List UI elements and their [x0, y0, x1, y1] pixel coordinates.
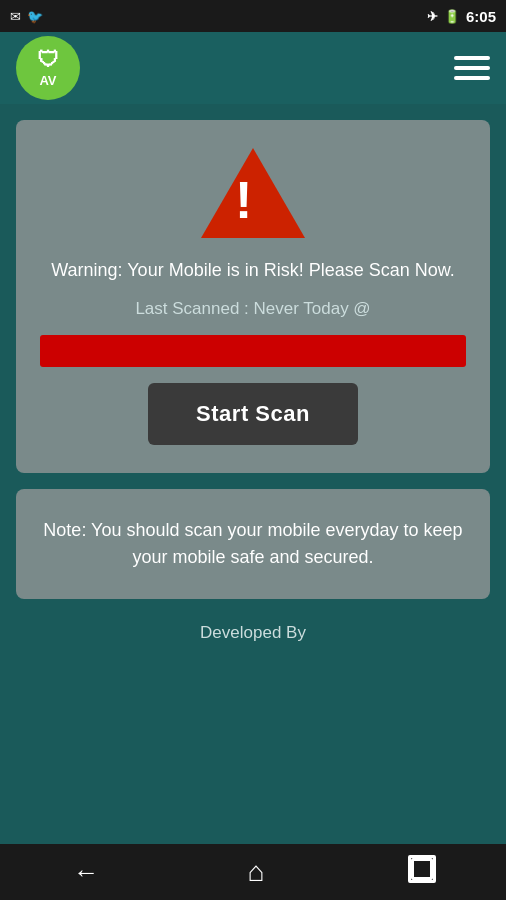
- status-time: 6:05: [466, 8, 496, 25]
- progress-bar: [40, 335, 466, 367]
- developed-by-label: Developed By: [16, 615, 490, 651]
- note-text: Note: You should scan your mobile everyd…: [40, 517, 466, 571]
- gmail-icon: ✉: [10, 9, 21, 24]
- note-card: Note: You should scan your mobile everyd…: [16, 489, 490, 599]
- back-button[interactable]: [73, 857, 101, 887]
- bottom-nav: [0, 844, 506, 900]
- logo-text: AV: [39, 73, 56, 88]
- status-icons-left: ✉ 🐦: [10, 9, 43, 24]
- home-icon: [248, 856, 265, 888]
- hamburger-line-1: [454, 56, 490, 60]
- airplane-icon: ✈: [427, 9, 438, 24]
- start-scan-button[interactable]: Start Scan: [148, 383, 358, 445]
- main-content: Warning: Your Mobile is in Risk! Please …: [0, 104, 506, 844]
- bird-icon: 🐦: [27, 9, 43, 24]
- last-scanned-label: Last Scanned : Never Today @: [135, 299, 370, 319]
- hamburger-menu-button[interactable]: [454, 56, 490, 80]
- top-nav: 🛡 AV: [0, 32, 506, 104]
- warning-message: Warning: Your Mobile is in Risk! Please …: [51, 258, 455, 283]
- shield-icon: 🛡: [37, 49, 59, 71]
- recents-button[interactable]: [411, 858, 433, 886]
- recents-icon: [411, 858, 433, 880]
- status-bar-right: ✈ 🔋 6:05: [427, 8, 496, 25]
- status-bar: ✉ 🐦 ✈ 🔋 6:05: [0, 0, 506, 32]
- warning-card: Warning: Your Mobile is in Risk! Please …: [16, 120, 490, 473]
- back-arrow-icon: [73, 857, 101, 877]
- warning-triangle-icon: [201, 148, 305, 238]
- av-logo: 🛡 AV: [16, 36, 80, 100]
- home-button[interactable]: [248, 856, 265, 888]
- hamburger-line-3: [454, 76, 490, 80]
- battery-icon: 🔋: [444, 9, 460, 24]
- hamburger-line-2: [454, 66, 490, 70]
